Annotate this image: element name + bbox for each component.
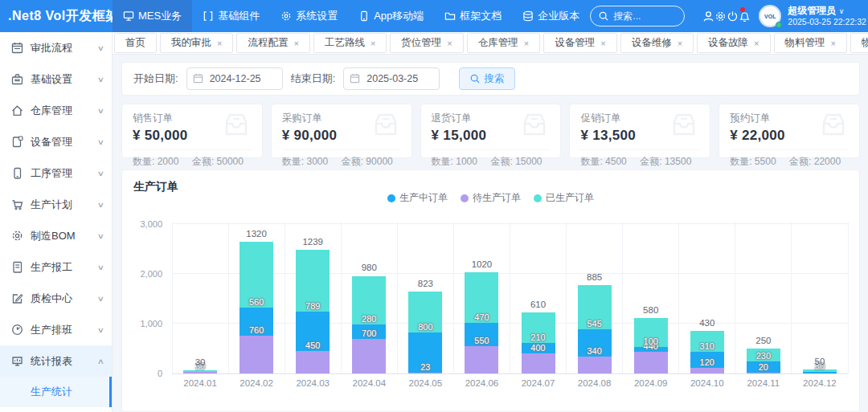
tab[interactable]: 物料分类× <box>850 33 868 53</box>
x-axis-tick: 2024.04 <box>341 378 397 388</box>
tab[interactable]: 设备管理× <box>543 33 616 53</box>
tab[interactable]: 首页 <box>114 33 157 53</box>
bar-value-label: 210 <box>530 332 545 342</box>
sidebar-subitem-active[interactable]: 生产统计 <box>0 377 112 407</box>
main-menu: MES业务基础组件系统设置App移动端框架文档企业版本 <box>113 0 590 32</box>
chart-legend: 生产中订单待生产订单已生产订单 <box>122 191 859 205</box>
legend-item[interactable]: 待生产订单 <box>461 191 521 205</box>
nav-menu-label: MES业务 <box>138 9 182 23</box>
tab[interactable]: 设备维修× <box>620 33 694 53</box>
stat-card-amt: 金额: 15000 <box>490 155 550 169</box>
sidebar: 审批流程∨基础设置∨仓库管理∨设备管理∨工序管理∨生产计划∨制造BOM∨生产报工… <box>0 32 113 412</box>
tab[interactable]: 我的审批× <box>160 33 233 53</box>
sidebar-item[interactable]: 审批流程∨ <box>0 32 112 63</box>
sidebar-item[interactable]: 生产排班∨ <box>0 314 112 345</box>
tab[interactable]: 仓库管理× <box>467 33 540 53</box>
nav-menu-item[interactable]: 基础组件 <box>192 0 270 32</box>
inbox-icon <box>222 112 251 137</box>
stat-card-detail-row: 数量: 2000金额: 50000 <box>133 149 252 169</box>
x-axis-tick: 2024.06 <box>453 378 510 388</box>
bar-value-label: 545 <box>587 319 601 328</box>
avatar[interactable]: VOL <box>759 5 781 27</box>
inbox-icon <box>371 112 400 137</box>
tab-close-icon[interactable]: × <box>831 39 836 48</box>
sidebar-item[interactable]: 质检中心∨ <box>0 283 112 314</box>
chevron-down-icon: ∨ <box>97 44 104 52</box>
tab-close-icon[interactable]: × <box>447 39 452 48</box>
power-icon[interactable] <box>727 0 739 32</box>
sidebar-item-label: 质检中心 <box>31 292 98 306</box>
chevron-down-icon: ∨ <box>97 232 104 240</box>
nav-menu-item[interactable]: 框架文档 <box>434 0 512 32</box>
search-box[interactable] <box>590 6 685 27</box>
search-button[interactable]: 搜索 <box>459 67 515 90</box>
tab-label: 工艺路线 <box>325 36 365 50</box>
tab[interactable]: 物料管理× <box>774 33 847 53</box>
chevron-down-icon: ∨ <box>97 75 104 84</box>
stat-card: 销售订单¥ 50,000数量: 2000金额: 50000 <box>121 104 263 158</box>
tab-close-icon[interactable]: × <box>524 39 529 48</box>
tab[interactable]: 设备故障× <box>697 33 770 53</box>
inbox-icon <box>819 112 848 137</box>
tab[interactable]: 工艺路线× <box>313 33 387 53</box>
tab-close-icon[interactable]: × <box>293 39 298 48</box>
tab[interactable]: 货位管理× <box>390 33 463 53</box>
settings-gear-icon[interactable] <box>714 0 727 32</box>
online-status-dot <box>776 22 782 28</box>
bar-segment <box>690 368 724 373</box>
nav-menu-item[interactable]: 系统设置 <box>270 0 348 32</box>
bar-segment <box>240 336 273 373</box>
stat-card: 预约订单¥ 22,000数量: 5500金额: 22000 <box>719 104 860 158</box>
tab-close-icon[interactable]: × <box>754 39 759 48</box>
tab[interactable]: 流程配置× <box>236 33 309 53</box>
sidebar-item[interactable]: 生产计划∨ <box>0 189 112 220</box>
tab-close-icon[interactable]: × <box>217 39 222 48</box>
x-axis-tick: 2024.12 <box>792 378 848 388</box>
gridline-vertical <box>341 222 342 373</box>
y-axis-tick: 1,000 <box>130 319 162 328</box>
y-axis-tick: 3,000 <box>130 219 162 229</box>
x-axis-tick: 2024.02 <box>228 378 285 388</box>
sidebar-item[interactable]: 工序管理∨ <box>0 157 112 189</box>
tab-close-icon[interactable]: × <box>678 39 682 48</box>
cog-icon <box>11 230 24 242</box>
tab-label: 首页 <box>125 36 145 50</box>
sidebar-item[interactable]: 仓库管理∨ <box>0 95 112 126</box>
nav-menu-label: App移动端 <box>374 9 424 23</box>
stat-card-qty: 数量: 3000 <box>282 155 342 169</box>
user-info[interactable]: 超级管理员 ∨ 2025-03-25 22:22:32 <box>788 6 866 27</box>
nav-menu-item[interactable]: MES业务 <box>113 0 192 32</box>
sidebar-item-label: 生产报工 <box>31 260 98 275</box>
sidebar-item[interactable]: 制造BOM∨ <box>0 220 112 251</box>
legend-item[interactable]: 生产中订单 <box>387 191 448 205</box>
bar-value-label: 230 <box>756 351 771 361</box>
sidebar-item[interactable]: 统计报表∧ <box>0 345 112 377</box>
inbox-icon <box>669 112 698 137</box>
stat-card-qty: 数量: 2000 <box>133 155 192 169</box>
nav-menu-label: 框架文档 <box>460 9 502 23</box>
bar-value-label: 50 <box>815 357 825 366</box>
sidebar-item[interactable]: 基础设置∨ <box>0 63 112 95</box>
start-date-field <box>186 67 283 90</box>
x-axis-tick: 2024.08 <box>567 378 623 388</box>
sidebar-item[interactable]: 设备管理∨ <box>0 126 112 157</box>
stat-cards-row: 销售订单¥ 50,000数量: 2000金额: 50000采购订单¥ 90,00… <box>121 104 860 158</box>
tab-close-icon[interactable]: × <box>371 39 375 48</box>
nav-menu-item[interactable]: 企业版本 <box>512 0 590 32</box>
search-input[interactable] <box>613 10 678 22</box>
tab-label: 流程配置 <box>248 36 288 50</box>
sidebar-item[interactable]: 生产报工∨ <box>0 251 112 283</box>
bar-value-label: 550 <box>474 336 489 345</box>
notifications-bell-icon[interactable] <box>739 0 751 32</box>
chevron-down-icon: ∨ <box>97 138 104 146</box>
nav-menu-item[interactable]: App移动端 <box>348 0 434 32</box>
end-date-label: 结束日期: <box>291 71 336 86</box>
bar-value-label: 560 <box>249 297 264 307</box>
stat-card-amt: 金额: 50000 <box>192 155 252 169</box>
tab-bar: 首页我的审批×流程配置×工艺路线×货位管理×仓库管理×设备管理×设备维修×设备故… <box>113 32 868 55</box>
user-icon[interactable] <box>702 0 714 32</box>
legend-item[interactable]: 已生产订单 <box>534 191 594 205</box>
sidebar-item-label: 统计报表 <box>31 354 98 369</box>
chevron-down-icon: ∨ <box>97 201 104 209</box>
tab-close-icon[interactable]: × <box>600 39 605 48</box>
